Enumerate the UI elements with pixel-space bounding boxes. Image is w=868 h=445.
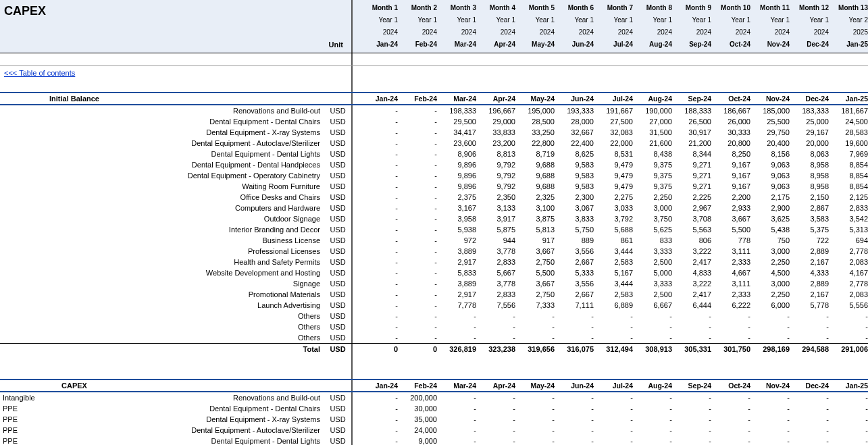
- cell-value: -: [790, 392, 829, 403]
- cell-value: 2,500: [633, 257, 672, 267]
- row-category: PPE: [0, 426, 46, 434]
- table-row: Dental Equipment - Operatory CabinetryUS…: [0, 170, 868, 181]
- cell-value: 8,958: [790, 181, 829, 192]
- cell-value: -: [398, 235, 437, 246]
- cell-value: -: [594, 332, 633, 343]
- banner-left: CAPEX Unit: [0, 0, 353, 53]
- cell-value: 29,167: [790, 127, 829, 138]
- cell-value: -: [359, 321, 398, 332]
- table-row: Computers and HardwareUSD--3,1673,1333,1…: [0, 203, 868, 213]
- cell-value: 2,083: [829, 257, 868, 267]
- cell-value: 9,167: [711, 181, 750, 192]
- cell-value: -: [359, 170, 398, 181]
- cell-value: 3,889: [437, 246, 476, 257]
- row-category: PPE: [0, 415, 46, 423]
- cell-value: -: [515, 436, 555, 445]
- cell-value: 9,583: [555, 170, 594, 181]
- cell-value: 5,563: [672, 224, 711, 235]
- cell-value: -: [711, 332, 750, 343]
- row-label: Others: [46, 334, 324, 342]
- cell-value: -: [672, 403, 711, 414]
- cell-value: 2,833: [476, 289, 515, 300]
- row-unit: USD: [324, 290, 351, 298]
- cell-value: 3,444: [594, 278, 633, 289]
- cell-value: -: [594, 403, 633, 414]
- cell-value: 9,271: [672, 159, 711, 170]
- cell-value: 5,875: [476, 224, 515, 235]
- row-label: Dental Equipment - Operatory Cabinetry: [46, 172, 324, 180]
- cell-value: 6,222: [711, 300, 750, 311]
- cell-value: -: [829, 403, 868, 414]
- cell-value: -: [359, 425, 398, 436]
- cell-value: 323,238: [476, 344, 515, 355]
- row-label: Computers and Hardware: [46, 204, 324, 212]
- cell-value: -: [359, 105, 398, 116]
- cell-value: -: [476, 311, 515, 321]
- row-label: Outdoor Signage: [46, 215, 324, 223]
- cell-value: -: [633, 425, 672, 436]
- row-label: Renovations and Build-out: [46, 394, 324, 402]
- cell-value: 9,167: [711, 170, 750, 181]
- cell-value: -: [359, 246, 398, 257]
- table-row: PPEDental Equipment - X-ray SystemsUSD-3…: [0, 414, 868, 425]
- cell-value: 20,400: [750, 138, 790, 149]
- row-category: Intangible: [0, 394, 46, 402]
- cell-value: 2,583: [594, 257, 633, 267]
- cell-value: 3,667: [515, 246, 555, 257]
- row-unit: USD: [324, 236, 351, 244]
- period-header: Month 11Year 12024Nov-24: [750, 0, 790, 53]
- cell-value: 2,150: [790, 192, 829, 203]
- cell-value: 316,075: [555, 344, 594, 355]
- table-row: PPEDental Equipment - Autoclave/Steriliz…: [0, 425, 868, 436]
- cell-value: 5,438: [750, 224, 790, 235]
- cell-value: -: [555, 332, 594, 343]
- cell-value: -: [515, 414, 555, 425]
- cell-value: 326,819: [437, 344, 476, 355]
- cell-value: -: [790, 311, 829, 321]
- cell-value: 30,917: [672, 127, 711, 138]
- cell-value: 291,006: [829, 344, 868, 355]
- cell-value: 2,500: [633, 289, 672, 300]
- cell-value: 319,656: [515, 344, 555, 355]
- row-label: Dental Equipment - Autoclave/Sterilizer: [46, 426, 324, 434]
- cell-value: 6,000: [750, 300, 790, 311]
- cell-value: 3,556: [555, 246, 594, 257]
- cell-value: -: [398, 116, 437, 127]
- cell-value: -: [359, 149, 398, 159]
- period-header: Month 2Year 12024Feb-24: [398, 0, 437, 53]
- table-row: SignageUSD--3,8893,7783,6673,5563,4443,3…: [0, 278, 868, 289]
- cell-value: 9,479: [594, 181, 633, 192]
- row-unit: USD: [324, 204, 351, 212]
- cell-value: -: [398, 278, 437, 289]
- toc-link[interactable]: <<< Table of contents: [4, 69, 75, 77]
- table-row: Interior Branding and DecorUSD--5,9385,8…: [0, 224, 868, 235]
- cell-value: 5,375: [790, 224, 829, 235]
- cell-value: -: [398, 332, 437, 343]
- cell-value: 2,300: [555, 192, 594, 203]
- cell-value: 186,667: [711, 105, 750, 116]
- cell-value: 3,667: [711, 213, 750, 224]
- cell-value: 24,000: [398, 425, 437, 436]
- cell-value: 30,333: [711, 127, 750, 138]
- cell-value: 2,083: [829, 289, 868, 300]
- unit-label: Unit: [4, 20, 347, 50]
- row-label: Others: [46, 312, 324, 320]
- cell-value: 2,889: [790, 278, 829, 289]
- cell-value: 2,417: [672, 289, 711, 300]
- cell-value: 312,494: [594, 344, 633, 355]
- cell-value: 3,167: [437, 203, 476, 213]
- cell-value: 3,708: [672, 213, 711, 224]
- period-label: Nov-24: [750, 93, 790, 104]
- cell-value: -: [359, 159, 398, 170]
- table-row: Renovations and Build-outUSD--198,333196…: [0, 105, 868, 116]
- cell-value: -: [672, 392, 711, 403]
- cell-value: 2,900: [750, 203, 790, 213]
- cell-value: 7,111: [555, 300, 594, 311]
- row-unit: USD: [324, 247, 351, 255]
- period-header: Month 1Year 12024Jan-24: [359, 0, 398, 53]
- cell-value: 4,500: [750, 267, 790, 278]
- cell-value: -: [359, 414, 398, 425]
- period-label: Dec-24: [790, 93, 829, 104]
- cell-value: 0: [398, 344, 437, 355]
- cell-value: 4,667: [711, 267, 750, 278]
